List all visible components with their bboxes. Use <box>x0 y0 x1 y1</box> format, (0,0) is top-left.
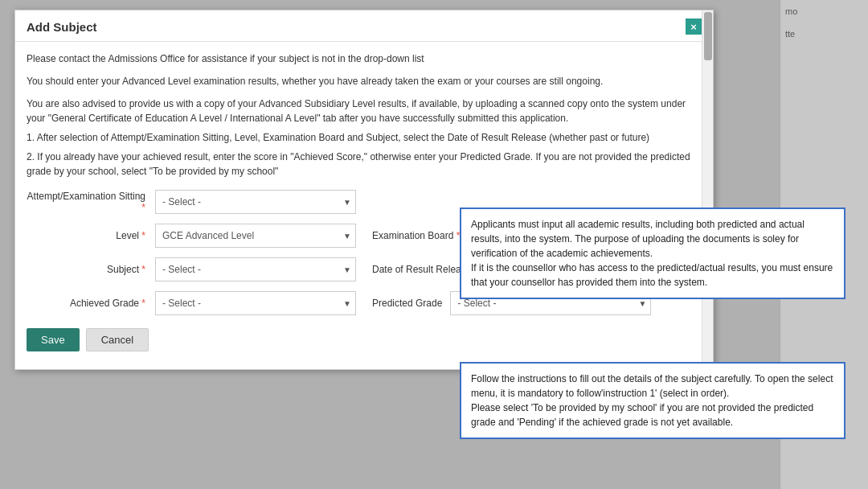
page-wrapper: mo tte Add Subject × Please contact the … <box>0 0 868 489</box>
save-button[interactable]: Save <box>27 328 80 351</box>
side-panel-text2: tte <box>780 23 868 45</box>
numbered-item-1: 1. After selection of Attempt/Examinatio… <box>27 130 702 145</box>
required-star-4: * <box>141 264 145 275</box>
modal-body: Please contact the Admissions Office for… <box>15 42 713 369</box>
info-text-2: You should enter your Advanced Level exa… <box>27 74 702 88</box>
info-text-3: You are also advised to provide us with … <box>27 97 702 125</box>
tooltip-2-text: Follow the instructions to fill out the … <box>471 373 833 428</box>
subject-select-wrapper[interactable]: - Select - <box>155 257 356 281</box>
label-attempt: Attempt/Examination Sitting * <box>27 191 155 213</box>
achievedgrade-select[interactable]: - Select - <box>155 291 356 315</box>
tooltip-1-text: Applicants must input all academic resul… <box>471 219 833 288</box>
required-star-6: * <box>141 298 145 309</box>
scrollbar[interactable] <box>702 10 713 369</box>
label-examboard: Examination Board * <box>372 230 460 241</box>
modal-title: Add Subject <box>27 20 97 34</box>
attempt-select[interactable]: - Select - <box>155 190 356 214</box>
achievedgrade-select-wrapper[interactable]: - Select - <box>155 291 356 315</box>
required-star-2: * <box>141 230 145 241</box>
scrollbar-thumb <box>704 12 712 60</box>
close-button[interactable]: × <box>686 18 702 35</box>
cancel-button[interactable]: Cancel <box>86 328 149 351</box>
info-text-1: Please contact the Admissions Office for… <box>27 51 702 66</box>
attempt-select-wrapper[interactable]: - Select - <box>155 190 356 214</box>
level-select-wrapper[interactable]: GCE Advanced Level <box>155 224 356 248</box>
label-level: Level * <box>27 230 155 241</box>
tooltip-box-2: Follow the instructions to fill out the … <box>460 362 845 439</box>
add-subject-modal: Add Subject × Please contact the Admissi… <box>14 10 714 370</box>
tooltip-box-1: Applicants must input all academic resul… <box>460 208 845 299</box>
button-row: Save Cancel <box>27 328 702 360</box>
numbered-item-2: 2. If you already have your achieved res… <box>27 150 702 179</box>
label-subject: Subject * <box>27 264 155 275</box>
level-select[interactable]: GCE Advanced Level <box>155 224 356 248</box>
modal-header: Add Subject × <box>15 10 713 42</box>
subject-select[interactable]: - Select - <box>155 257 356 281</box>
side-panel-text1: mo <box>780 0 868 23</box>
label-predicted: Predicted Grade <box>372 298 442 309</box>
label-achievedgrade: Achieved Grade * <box>27 298 155 309</box>
required-star: * <box>141 202 145 213</box>
